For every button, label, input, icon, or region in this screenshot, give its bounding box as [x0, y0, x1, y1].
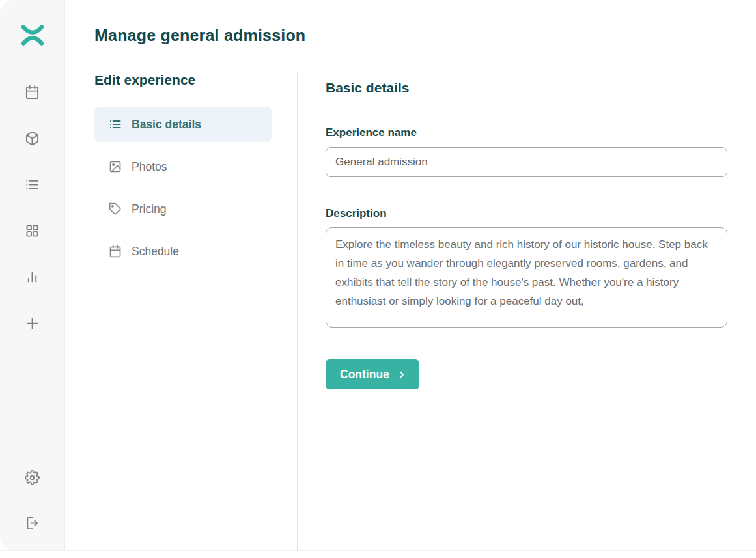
- plus-icon[interactable]: [25, 315, 40, 331]
- nav-item-label: Basic details: [132, 118, 201, 132]
- experience-name-label: Experience name: [326, 126, 727, 139]
- form-section-title: Basic details: [326, 80, 727, 96]
- image-icon: [109, 160, 122, 173]
- grid-icon[interactable]: [25, 223, 40, 238]
- basic-details-form: Basic details Experience name Descriptio…: [298, 72, 727, 550]
- description-textarea[interactable]: Explore the timeless beauty and rich his…: [326, 227, 727, 328]
- bar-chart-icon[interactable]: [25, 269, 40, 285]
- continue-label: Continue: [340, 368, 389, 382]
- list-icon[interactable]: [25, 176, 40, 192]
- tag-icon: [109, 202, 122, 216]
- app-window: Manage general admission Edit experience…: [0, 0, 756, 551]
- description-label: Description: [326, 207, 727, 220]
- logout-icon[interactable]: [25, 515, 40, 531]
- nav-item-pricing[interactable]: Pricing: [94, 191, 272, 227]
- nav-item-schedule[interactable]: Schedule: [94, 234, 272, 269]
- nav-item-photos[interactable]: Photos: [94, 149, 272, 184]
- chevron-right-icon: [397, 370, 406, 380]
- icon-rail: [0, 0, 65, 550]
- nav-title: Edit experience: [94, 72, 297, 88]
- nav-item-label: Photos: [132, 160, 167, 174]
- edit-experience-nav: Edit experience Basic details: [94, 72, 298, 550]
- nav-item-basic-details[interactable]: Basic details: [94, 107, 272, 142]
- rail-bottom-icons: [25, 469, 40, 531]
- experience-name-input[interactable]: [326, 147, 727, 177]
- nav-item-label: Pricing: [132, 202, 167, 216]
- package-icon[interactable]: [25, 130, 40, 146]
- nav-item-label: Schedule: [132, 245, 179, 258]
- page-title: Manage general admission: [94, 26, 727, 45]
- main-content: Manage general admission Edit experience…: [65, 0, 756, 550]
- rail-top-icons: [25, 84, 40, 331]
- brand-x-logo[interactable]: [21, 24, 44, 46]
- continue-button[interactable]: Continue: [326, 359, 419, 389]
- calendar-icon: [109, 245, 122, 258]
- list-icon: [109, 118, 122, 131]
- calendar-icon[interactable]: [25, 84, 40, 100]
- gear-icon[interactable]: [25, 469, 40, 485]
